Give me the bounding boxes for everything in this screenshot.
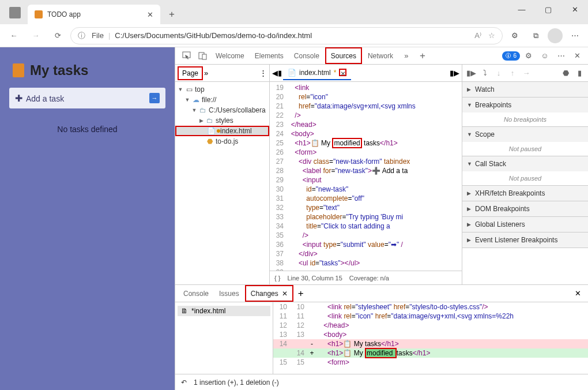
window-maximize-button[interactable]: ▢	[535, 0, 561, 18]
panel-global-listeners[interactable]: ▶Global Listeners	[462, 217, 588, 232]
revert-icon[interactable]: ↶	[181, 378, 187, 387]
collections-icon[interactable]: ⧉	[527, 27, 544, 44]
panel-watch[interactable]: ▶Watch	[462, 82, 588, 97]
browser-menu-button[interactable]: ⋯	[566, 27, 583, 44]
page-heading: My tasks	[13, 62, 165, 78]
resume-button[interactable]: ▮▶	[466, 68, 476, 78]
drawer-tab-issues[interactable]: Issues	[214, 285, 244, 302]
panel-dom-breakpoints[interactable]: ▶DOM Breakpoints	[462, 201, 588, 216]
back-button[interactable]: ←	[5, 27, 23, 45]
devtools-menu-icon[interactable]: ⋯	[553, 48, 568, 63]
devtools-close-icon[interactable]: ✕	[570, 48, 585, 63]
read-aloud-icon[interactable]: A⁾	[474, 31, 481, 40]
more-tabs-icon[interactable]: »	[399, 48, 414, 63]
tab-elements[interactable]: Elements	[250, 47, 288, 64]
submit-task-button[interactable]: →	[149, 93, 160, 103]
changes-file-list[interactable]: 🗎*index.html	[175, 302, 273, 374]
browser-tab[interactable]: TODO app ✕	[28, 5, 160, 24]
step-button[interactable]: →	[521, 68, 532, 78]
tab-console[interactable]: Console	[289, 47, 324, 64]
tree-top[interactable]: ▼▭top	[175, 84, 269, 95]
tab-network[interactable]: Network	[363, 47, 398, 64]
changes-status-bar: ↶ 1 insertion (+), 1 deletion (-)	[175, 374, 588, 390]
plus-icon: ✚	[15, 93, 22, 103]
address-bar: ← → ⟳ ⓘ File | C:/Users/Documents/GitHub…	[0, 24, 588, 47]
empty-state-text: No tasks defined	[9, 125, 165, 134]
tree-folder-path[interactable]: ▼🗀C:/Users/collabera	[175, 105, 269, 115]
sources-editor: ◀▮ 📄index.html* ✕ ▮▶ 1920212223242526272…	[270, 65, 462, 284]
scope-not-paused: Not paused	[462, 142, 588, 156]
inspect-element-icon[interactable]	[179, 48, 194, 63]
file-tree[interactable]: ▼▭top ▼☁file:// ▼🗀C:/Users/collabera ▶🗀s…	[175, 82, 269, 284]
window-titlebar: TODO app ✕ + — ▢ ✕	[0, 0, 588, 24]
panel-xhr-breakpoints[interactable]: ▶XHR/fetch Breakpoints	[462, 186, 588, 201]
tree-file-todojs[interactable]: ⬣to-do.js	[175, 136, 269, 147]
callstack-not-paused: Not paused	[462, 171, 588, 185]
panel-callstack[interactable]: ▼Call Stack	[462, 156, 588, 171]
no-breakpoints-text: No breakpoints	[462, 112, 588, 126]
changes-file-item[interactable]: 🗎*index.html	[178, 306, 270, 316]
tab-close-icon[interactable]: ✕	[147, 10, 153, 19]
tree-file-origin[interactable]: ▼☁file://	[175, 95, 269, 105]
debugger-pane: ▮▶ ⤵ ↓ ↑ → ⬣ ▮ ▶Watch ▼BreakpointsNo bre…	[462, 65, 588, 284]
panel-breakpoints[interactable]: ▼Breakpoints	[462, 97, 588, 112]
panel-scope[interactable]: ▼Scope	[462, 127, 588, 142]
url-input[interactable]: ⓘ File | C:/Users/Documents/GitHub/Demos…	[70, 27, 503, 44]
devtools-settings-icon[interactable]: ⚙	[521, 48, 536, 63]
feedback-icon[interactable]: ☺	[537, 48, 552, 63]
navigator-menu-icon[interactable]: ⋮	[259, 69, 267, 77]
issues-badge[interactable]: 🛈 6	[502, 51, 520, 61]
drawer-tab-console[interactable]: Console	[179, 285, 213, 302]
add-task-placeholder: Add a task	[26, 94, 64, 103]
url-scheme-label: File	[92, 31, 104, 40]
sources-navigator: Page » ⋮ ▼▭top ▼☁file:// ▼🗀C:/Users/coll…	[175, 65, 270, 284]
code-editor[interactable]: 1920212223242526272829303132333435363738…	[270, 82, 462, 271]
panel-event-listener-breakpoints[interactable]: ▶Event Listener Breakpoints	[462, 232, 588, 247]
step-into-button[interactable]: ↓	[493, 68, 504, 78]
drawer-tab-changes[interactable]: Changes✕	[245, 285, 293, 302]
window-close-button[interactable]: ✕	[561, 0, 588, 18]
pretty-print-icon[interactable]: { }	[274, 275, 280, 282]
drawer-add-tab-button[interactable]: +	[295, 288, 307, 299]
step-over-button[interactable]: ⤵	[480, 68, 490, 78]
tab-title: TODO app	[47, 10, 142, 18]
step-out-button[interactable]: ↑	[507, 68, 518, 78]
tab-favicon	[35, 10, 43, 18]
profile-avatar[interactable]	[548, 28, 563, 43]
device-toggle-icon[interactable]	[195, 48, 210, 63]
tree-folder-styles[interactable]: ▶🗀styles	[175, 115, 269, 126]
devtools-main-tabs: Welcome Elements Console Sources Network…	[175, 47, 588, 65]
editor-file-tab[interactable]: 📄index.html* ✕	[283, 66, 351, 80]
devtools: Welcome Elements Console Sources Network…	[175, 47, 588, 390]
app-icon	[9, 7, 21, 18]
forward-button[interactable]: →	[27, 27, 45, 45]
url-text: C:/Users/Documents/GitHub/Demos/demo-to-…	[115, 31, 312, 40]
reload-button[interactable]: ⟳	[48, 27, 67, 45]
file-modified-asterisk: *	[334, 69, 337, 77]
cursor-position: Line 30, Column 15	[287, 275, 342, 282]
new-tab-button[interactable]: +	[164, 6, 180, 22]
drawer-close-icon[interactable]: ✕	[571, 289, 585, 298]
toggle-navigator-icon[interactable]: ◀▮	[272, 69, 282, 77]
tab-welcome[interactable]: Welcome	[211, 47, 249, 64]
settings-icon[interactable]: ⚙	[506, 27, 523, 44]
clipboard-icon	[13, 63, 24, 77]
changes-diff-view[interactable]: 1010 <link rel="stylesheet" href="styles…	[273, 302, 588, 374]
tab-sources[interactable]: Sources	[325, 47, 362, 64]
pause-exceptions-icon[interactable]: ▮	[574, 68, 585, 78]
navigator-tab-page[interactable]: Page	[178, 66, 203, 80]
changes-summary: 1 insertion (+), 1 deletion (-)	[194, 378, 279, 387]
drawer-tab-close-icon[interactable]: ✕	[282, 290, 288, 298]
tree-file-indexhtml[interactable]: 📄index.html	[175, 126, 269, 136]
deactivate-breakpoints-icon[interactable]: ⬣	[560, 68, 571, 78]
add-tab-button[interactable]: +	[415, 48, 430, 63]
favorite-icon[interactable]: ☆	[488, 31, 495, 40]
site-info-icon[interactable]: ⓘ	[78, 31, 87, 41]
navigator-more-icon[interactable]: »	[204, 69, 208, 77]
window-minimize-button[interactable]: —	[508, 0, 535, 18]
add-task-input[interactable]: ✚Add a task →	[9, 88, 165, 108]
editor-tab-close-icon[interactable]: ✕	[339, 69, 346, 76]
svg-rect-2	[202, 54, 206, 59]
editor-status-bar: { } Line 30, Column 15 Coverage: n/a	[270, 271, 462, 284]
toggle-debugger-icon[interactable]: ▮▶	[450, 69, 459, 77]
